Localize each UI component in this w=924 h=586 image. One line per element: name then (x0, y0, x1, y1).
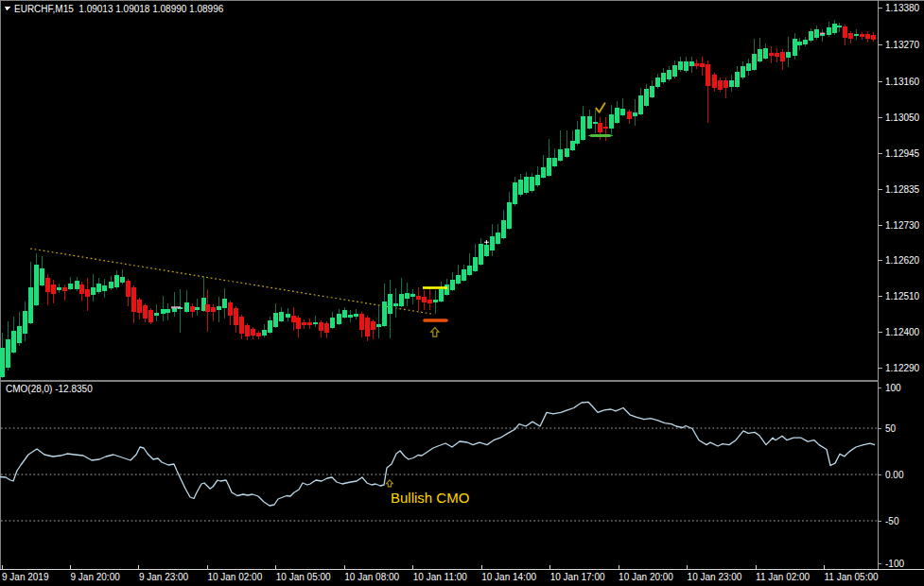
svg-text:1.13380: 1.13380 (885, 3, 920, 13)
svg-text:10 Jan 05:00: 10 Jan 05:00 (276, 572, 331, 582)
svg-text:10 Jan 02:00: 10 Jan 02:00 (207, 572, 262, 582)
svg-text:EURCHF,M15 1.09013 1.09018 1.: EURCHF,M15 1.09013 1.09018 1.08990 1.089… (14, 4, 224, 14)
svg-text:11 Jan 05:00: 11 Jan 05:00 (825, 572, 880, 582)
svg-text:1.12400: 1.12400 (885, 327, 920, 337)
svg-text:-100: -100 (885, 559, 904, 569)
svg-text:10 Jan 14:00: 10 Jan 14:00 (481, 572, 536, 582)
svg-text:9 Jan 2019: 9 Jan 2019 (2, 572, 49, 582)
svg-text:0.00: 0.00 (885, 470, 904, 480)
svg-text:10 Jan 23:00: 10 Jan 23:00 (688, 572, 742, 582)
svg-text:9 Jan 23:00: 9 Jan 23:00 (139, 572, 189, 582)
svg-text:100: 100 (885, 383, 901, 393)
svg-text:Bullish CMO: Bullish CMO (391, 490, 469, 506)
svg-text:1.12290: 1.12290 (885, 363, 920, 373)
svg-text:9 Jan 20:00: 9 Jan 20:00 (71, 572, 121, 582)
svg-text:10 Jan 11:00: 10 Jan 11:00 (413, 572, 468, 582)
svg-text:50: 50 (885, 423, 897, 434)
svg-text:-50: -50 (885, 516, 899, 526)
svg-text:11 Jan 02:00: 11 Jan 02:00 (756, 572, 811, 582)
svg-text:10 Jan 08:00: 10 Jan 08:00 (344, 572, 399, 582)
svg-text:1.13050: 1.13050 (885, 112, 920, 123)
svg-text:10 Jan 20:00: 10 Jan 20:00 (619, 572, 673, 582)
svg-text:10 Jan 17:00: 10 Jan 17:00 (550, 572, 605, 582)
svg-text:1.13160: 1.13160 (885, 77, 920, 87)
svg-text:1.12945: 1.12945 (885, 148, 920, 159)
svg-text:1.13270: 1.13270 (885, 40, 920, 50)
svg-text:1.12835: 1.12835 (885, 184, 920, 195)
svg-text:1.12730: 1.12730 (885, 220, 920, 231)
svg-text:1.12620: 1.12620 (885, 255, 920, 266)
svg-text:1.12510: 1.12510 (885, 291, 920, 302)
svg-text:CMO(28,0) -12.8350: CMO(28,0) -12.8350 (6, 384, 93, 394)
